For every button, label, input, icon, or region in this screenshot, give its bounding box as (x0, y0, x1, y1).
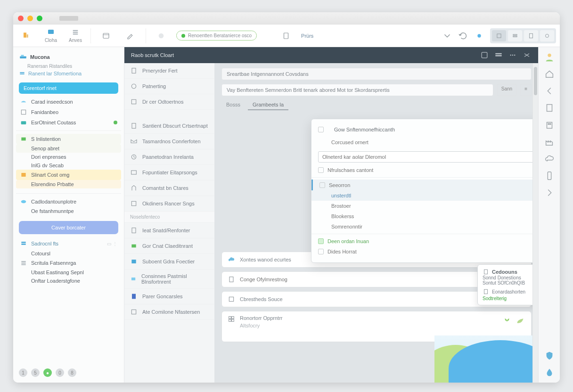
view-tab-3[interactable] (524, 30, 538, 41)
footer-dot-4[interactable]: 0 (56, 368, 64, 377)
svg-point-35 (514, 55, 516, 56)
rail-cloud-icon[interactable] (544, 154, 555, 164)
nav2-item-4[interactable]: Parer Goncarsles (124, 289, 214, 304)
view-tab-1[interactable] (492, 30, 506, 41)
sidebar-item-8[interactable]: Elsrendino Prbatte (16, 180, 121, 188)
toolbar-btn-tag[interactable] (152, 32, 171, 40)
footer-dot-3[interactable]: ● (43, 368, 52, 377)
header-icon-more[interactable] (508, 50, 517, 60)
tab-2[interactable]: Grambeets la (248, 100, 288, 110)
rail-building-icon[interactable] (544, 120, 555, 130)
checkbox-3[interactable] (319, 182, 325, 188)
secondary-action-button[interactable]: Caver borcater (19, 221, 118, 234)
sidebar-item-6[interactable]: InlG dv Secab (16, 161, 121, 170)
panel-last-row[interactable]: Dides Horrat (311, 246, 538, 257)
panel-row-blooker[interactable]: Blookerss (311, 211, 538, 221)
bookmark-2[interactable]: Ubast Eastinang Sepnl (16, 268, 121, 277)
nav-item-7[interactable]: Fopuntiater Eitaprsongs (124, 165, 214, 180)
close-window-button[interactable] (18, 16, 24, 21)
sidebar-item-9[interactable]: Cadlodantounplotre (16, 196, 121, 207)
nav2-item-0[interactable]: Ieat Snatd/Renfonter (124, 223, 214, 238)
view-tab-4[interactable] (540, 30, 554, 41)
rail-shield-icon[interactable] (544, 351, 555, 361)
brand-link-label: Ranent lar Sfomertiona (28, 71, 82, 76)
sidebar-item-7[interactable]: Slinart Cost omg (16, 170, 121, 180)
chevron-down-icon[interactable] (442, 31, 452, 41)
tab-1[interactable]: Bosss (221, 100, 245, 110)
sidebar-item-0[interactable]: Carad inseedcson (16, 97, 121, 107)
bookmarks-header[interactable]: Sadrocnl fts ▭ ⋮ (16, 238, 121, 249)
checkbox[interactable] (318, 127, 324, 132)
nav-item-1[interactable]: Patnerting (124, 79, 214, 94)
status-pill[interactable]: Renoentten Beratanierce osco (176, 31, 257, 41)
nav-item-5[interactable]: Tasmardnos Conrlerfoten (124, 134, 214, 149)
panel-select-value[interactable]: unsterdtl (311, 190, 538, 201)
header-icon-collapse[interactable] (522, 50, 532, 60)
nav2-item-1[interactable]: Gor Cnat Claeditnrant (124, 238, 214, 254)
toolbar-btn-calendar[interactable] (97, 32, 115, 40)
footer-dot-2[interactable]: 5 (31, 368, 40, 377)
minimize-window-button[interactable] (27, 16, 33, 21)
nav-item-2[interactable]: Dr cer Odtoertnos (124, 94, 214, 110)
checkbox-4[interactable] (318, 238, 324, 244)
nav2-item-2[interactable]: Suboent Gdra Foectier (124, 254, 214, 270)
zoom-window-button[interactable] (37, 16, 42, 21)
nav-item-4[interactable]: Santient Dbscurt Crtsertnapt (124, 118, 214, 134)
panel-text-input[interactable] (318, 151, 538, 163)
sidebar-item-3[interactable]: S Inlistention (16, 134, 121, 144)
svg-rect-13 (513, 36, 517, 37)
panel-row-somren[interactable]: Somrenonntir (311, 221, 538, 232)
rail-home-icon[interactable] (544, 69, 555, 79)
sidebar-item-5[interactable]: Dori enprenses (16, 153, 121, 161)
primary-action-button[interactable]: Eorentorf rinet (19, 82, 118, 94)
view-tab-2[interactable] (508, 30, 522, 41)
content-header-field[interactable]: Sreartbae Intgennannont Covsdans (221, 68, 532, 80)
bookmark-3[interactable]: Onftar Loaderstgfone (16, 277, 121, 285)
content-scrollbar[interactable] (532, 63, 538, 383)
toolbar-btn-3[interactable]: Anves (66, 28, 85, 43)
bookmark-1[interactable]: Scritula Fatsennrga (16, 258, 121, 268)
bookmark-0[interactable]: Cotoursl (16, 249, 121, 258)
panel-select-label: Seeorron (329, 182, 350, 188)
sidebar-item-1[interactable]: Fanidanbeo (16, 107, 121, 117)
nav-item-0[interactable]: Prneryrder Fert (124, 63, 214, 79)
panel-row-brostoer[interactable]: Brostoer (311, 201, 538, 211)
search-input[interactable] (240, 277, 513, 282)
nav-item-6[interactable]: Paanetodran Inrelanta (124, 149, 214, 165)
rail-factory-icon[interactable] (544, 137, 555, 147)
toolbar-btn-1[interactable] (17, 32, 36, 40)
nav-item-9[interactable]: Okdiners Rancer Sngs (124, 196, 214, 212)
sidebar-item-10[interactable]: Oe fstanhmunntpe (16, 207, 121, 215)
scrollbar-thumb[interactable] (534, 67, 537, 95)
refresh-icon[interactable] (458, 31, 468, 41)
rail-phone-icon[interactable] (544, 171, 555, 181)
rail-avatar-icon[interactable] (544, 52, 555, 62)
checkbox-5[interactable] (318, 249, 324, 254)
nav2-item-5[interactable]: Ate Comilone Nfastersen (124, 304, 214, 320)
content-detail-field[interactable]: Vay Benftereten Semnerdon Britl tenark a… (221, 84, 493, 96)
panel-select-row[interactable]: Seeorron ▸ (311, 180, 538, 190)
sidebar-item-4[interactable]: Senop abret (16, 144, 121, 153)
rail-right-icon[interactable] (544, 188, 555, 198)
mini-button-2[interactable]: ≡ (520, 84, 532, 96)
toolbar-btn-edit[interactable] (121, 32, 140, 40)
header-icon-2[interactable] (494, 50, 503, 60)
panel-link-row[interactable]: Deen ordan Inuan (311, 236, 538, 246)
nav-item-8[interactable]: Comantst bn Ctares (124, 180, 214, 196)
toolbar-btn-doc[interactable] (277, 32, 295, 40)
brand-link[interactable]: Ranent lar Sfomertiona (16, 69, 121, 80)
sidebar-item-2[interactable]: EsrOtninet Coutass (16, 117, 121, 128)
rail-doc-icon[interactable] (544, 103, 555, 113)
panel-check-row[interactable]: Nfrulschaes cantont (311, 165, 538, 175)
sidebar-item-6-label: InlG dv Secab (31, 163, 64, 168)
footer-dot-5[interactable]: 8 (68, 368, 76, 377)
header-icon-1[interactable] (480, 50, 489, 60)
svg-point-37 (131, 84, 136, 88)
footer-dot-1[interactable]: 1 (19, 368, 27, 377)
rail-drop-icon[interactable] (544, 368, 555, 378)
checkbox-2[interactable] (318, 167, 324, 173)
nav2-item-3[interactable]: Consinnes Pastmisl Blnsfortnrent (124, 270, 214, 289)
rail-left-icon[interactable] (544, 86, 555, 96)
toolbar-btn-2[interactable]: Cloha (41, 28, 60, 43)
mini-button-1[interactable]: Sann (497, 84, 516, 96)
